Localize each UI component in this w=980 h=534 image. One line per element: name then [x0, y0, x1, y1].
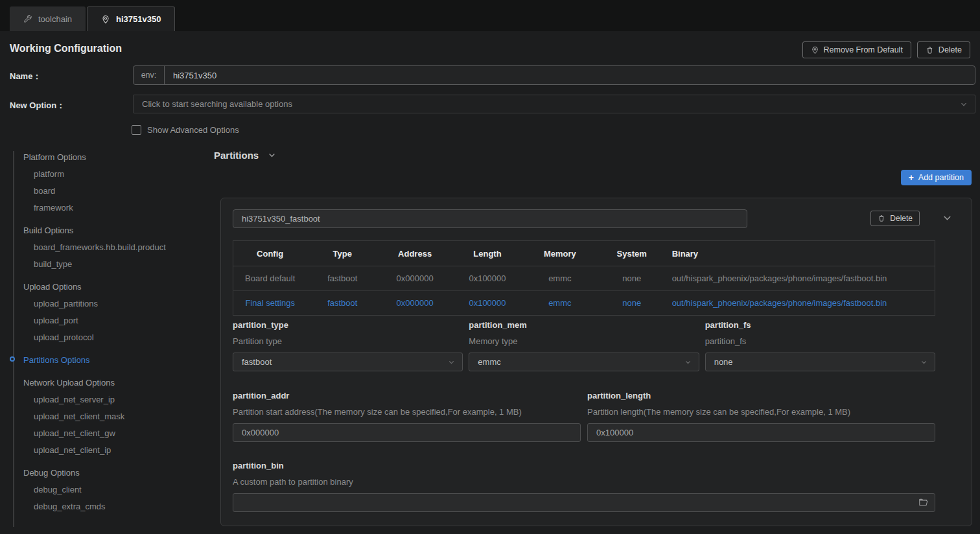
partition-settings-table: Config Type Address Length Memory System…: [233, 240, 935, 316]
tab-hi3751v350[interactable]: hi3751v350: [87, 6, 175, 31]
field-partition-addr: partition_addr Partition start address(T…: [233, 391, 581, 442]
name-input[interactable]: [165, 66, 975, 84]
sidebar-item-upload-options[interactable]: Upload Options: [0, 279, 214, 296]
chevron-down-icon[interactable]: [268, 151, 276, 159]
sidebar-item-board-frameworks-hb-build-product[interactable]: board_frameworks.hb.build.product: [0, 239, 214, 256]
col-system: System: [597, 241, 667, 266]
sidebar-item-debug-client[interactable]: debug_client: [0, 482, 214, 498]
col-type: Type: [307, 241, 378, 266]
partition-fs-label: partition_fs: [705, 320, 935, 330]
sidebar-item-upload-port[interactable]: upload_port: [0, 312, 214, 329]
partition-type-select[interactable]: fastboot: [233, 353, 463, 371]
tab-toolchain[interactable]: toolchain: [10, 6, 86, 31]
partition-bin-input[interactable]: [233, 493, 935, 512]
field-partition-length: partition_length Partition length(The me…: [587, 391, 935, 442]
partition-mem-label: partition_mem: [469, 320, 699, 330]
chevron-down-icon: [920, 358, 928, 366]
delete-partition-button[interactable]: Delete: [870, 211, 920, 226]
trash-icon: [878, 215, 885, 222]
partition-addr-desc: Partition start address(The memory size …: [233, 407, 581, 417]
show-advanced-row[interactable]: Show Advanced Options: [132, 125, 239, 135]
partition-bin-row: partition_bin A custom path to partition…: [233, 461, 935, 512]
partition-fs-select[interactable]: none: [705, 353, 935, 371]
partition-length-input[interactable]: [587, 423, 935, 442]
sidebar-item-build-options[interactable]: Build Options: [0, 222, 214, 239]
wrench-icon: [23, 14, 32, 23]
partition-length-label: partition_length: [587, 391, 935, 400]
sidebar-item-platform-options[interactable]: Platform Options: [0, 149, 214, 166]
sidebar-item-upload-net-client-gw[interactable]: upload_net_client_gw: [0, 425, 214, 442]
partition-length-desc: Partition length(The memory size can be …: [587, 407, 935, 417]
chevron-down-icon: [448, 358, 455, 366]
add-partition-button[interactable]: + Add partition: [901, 170, 972, 185]
col-binary: Binary: [667, 241, 935, 266]
field-partition-fs: partition_fs partition_fs none: [705, 320, 935, 371]
env-prefix: env:: [134, 66, 165, 84]
header-actions: Remove From Default Delete: [802, 41, 970, 58]
show-advanced-label: Show Advanced Options: [147, 125, 239, 135]
partition-addr-length-row: partition_addr Partition start address(T…: [233, 391, 935, 442]
partition-type-label: partition_type: [233, 320, 463, 330]
sidebar-item-framework[interactable]: framework: [0, 200, 214, 216]
new-option-select[interactable]: Click to start searching available optio…: [133, 95, 975, 113]
chevron-down-icon: [960, 100, 968, 108]
sidebar-item-upload-net-client-mask[interactable]: upload_net_client_mask: [0, 408, 214, 425]
partition-card: Delete Config Type Address Length Memory…: [220, 198, 972, 526]
selected-anchor-dot-icon: [10, 356, 15, 362]
sidebar-item-board[interactable]: board: [0, 183, 214, 200]
sidebar-item-upload-net-server-ip[interactable]: upload_net_server_ip: [0, 391, 214, 408]
partition-fs-desc: partition_fs: [705, 336, 935, 346]
partition-addr-input[interactable]: [233, 423, 581, 442]
new-option-label: New Option：: [10, 100, 65, 111]
col-length: Length: [452, 241, 523, 266]
col-memory: Memory: [523, 241, 597, 266]
field-partition-type: partition_type Partition type fastboot: [233, 320, 463, 371]
partitions-title: Partitions: [214, 150, 259, 161]
delete-config-button[interactable]: Delete: [917, 41, 970, 58]
sidebar-item-upload-protocol[interactable]: upload_protocol: [0, 329, 214, 346]
name-input-group: env:: [133, 65, 975, 85]
options-sidebar: Platform Options platform board framewor…: [0, 149, 214, 515]
sidebar-item-partitions-options[interactable]: Partitions Options: [0, 352, 214, 369]
page-title: Working Configuration: [10, 43, 122, 54]
sidebar-item-upload-net-client-ip[interactable]: upload_net_client_ip: [0, 442, 214, 459]
tab-label: hi3751v350: [116, 14, 161, 24]
field-partition-bin: partition_bin A custom path to partition…: [233, 461, 935, 512]
remove-from-default-button[interactable]: Remove From Default: [802, 41, 911, 58]
table-header-row: Config Type Address Length Memory System…: [233, 241, 935, 266]
sidebar-item-platform[interactable]: platform: [0, 166, 214, 183]
partition-selects-row: partition_type Partition type fastboot p…: [233, 320, 935, 371]
plus-icon: +: [909, 173, 914, 182]
name-label: Name：: [10, 71, 41, 82]
col-address: Address: [378, 241, 452, 266]
trash-icon: [926, 46, 934, 54]
tab-label: toolchain: [38, 14, 72, 24]
sidebar-item-network-upload-options[interactable]: Network Upload Options: [0, 375, 214, 391]
partition-type-desc: Partition type: [233, 336, 463, 346]
tab-bar: toolchain hi3751v350: [0, 0, 980, 31]
chevron-down-icon: [684, 358, 692, 366]
options-nav-list: Platform Options platform board framewor…: [0, 149, 214, 515]
field-partition-mem: partition_mem Memory type emmc: [469, 320, 699, 371]
collapse-chevron-icon[interactable]: [942, 213, 952, 223]
folder-icon[interactable]: [918, 498, 929, 508]
partition-name-input[interactable]: [233, 209, 747, 228]
new-option-placeholder: Click to start searching available optio…: [142, 99, 292, 109]
partition-bin-label: partition_bin: [233, 461, 935, 470]
table-row-final-settings[interactable]: Final settings fastboot 0x000000 0x10000…: [233, 291, 935, 316]
table-row-board-default: Board default fastboot 0x000000 0x100000…: [233, 266, 935, 291]
sidebar-item-debug-options[interactable]: Debug Options: [0, 465, 214, 482]
sidebar-item-build-type[interactable]: build_type: [0, 256, 214, 273]
partition-addr-label: partition_addr: [233, 391, 581, 400]
partitions-section-header: Partitions: [214, 150, 276, 161]
col-config: Config: [233, 241, 307, 266]
sidebar-item-debug-extra-cmds[interactable]: debug_extra_cmds: [0, 498, 214, 515]
partition-mem-select[interactable]: emmc: [469, 353, 699, 371]
location-pin-icon: [811, 46, 819, 54]
sidebar-item-upload-partitions[interactable]: upload_partitions: [0, 296, 214, 312]
show-advanced-checkbox[interactable]: [132, 125, 141, 135]
partition-bin-desc: A custom path to partition binary: [233, 477, 935, 487]
partition-mem-desc: Memory type: [469, 336, 699, 346]
location-pin-icon: [101, 15, 110, 24]
